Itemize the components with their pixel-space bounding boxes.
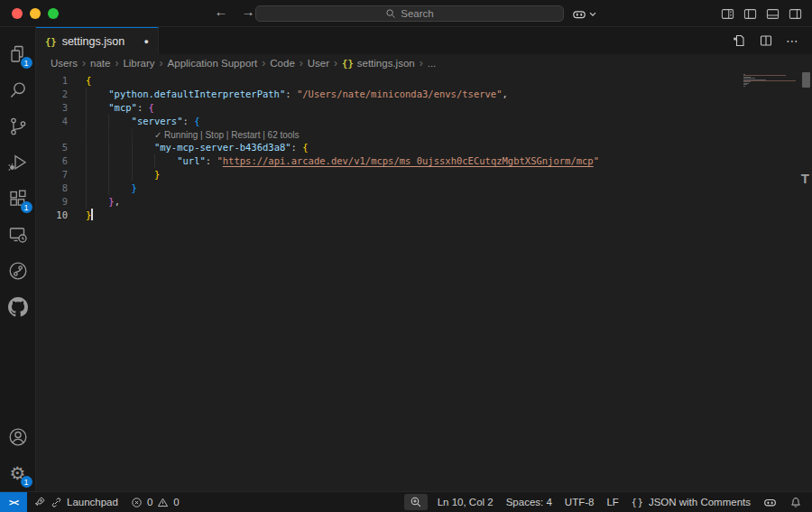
- sidebar-item-github[interactable]: [0, 289, 36, 325]
- copilot-icon: [763, 496, 777, 509]
- indent-guide: [86, 128, 108, 141]
- token-str: "/Users/nate/miniconda3/envs/tserve": [297, 88, 503, 99]
- indentation-status[interactable]: Spaces: 4: [500, 492, 558, 512]
- customize-layout-icon[interactable]: [721, 7, 734, 21]
- split-editor-icon[interactable]: [759, 33, 773, 48]
- code-line[interactable]: 5"my-mcp-server-b436d3a8": {: [36, 141, 812, 154]
- toggle-primary-sidebar-icon[interactable]: [743, 7, 757, 21]
- sidebar-item-search[interactable]: [0, 72, 36, 108]
- code-line[interactable]: 10}: [36, 209, 812, 222]
- copilot-menu[interactable]: [572, 7, 596, 22]
- indent-guide: [132, 154, 154, 168]
- zoom-window-button[interactable]: [48, 8, 59, 19]
- account-button[interactable]: [0, 419, 36, 455]
- copilot-status-item[interactable]: [757, 492, 783, 512]
- minimap[interactable]: [743, 74, 798, 87]
- line-content[interactable]: {: [86, 74, 91, 88]
- line-number: [36, 128, 86, 141]
- sidebar-item-source-control[interactable]: [0, 108, 36, 144]
- vertical-scrollbar[interactable]: [802, 72, 810, 88]
- sidebar-item-remote-explorer[interactable]: [0, 217, 36, 253]
- launchpad-status-item[interactable]: Launchpad: [27, 492, 125, 512]
- link-icon: [51, 497, 62, 508]
- breadcrumb-symbol-trailing[interactable]: ...: [428, 58, 437, 69]
- modified-dot-icon[interactable]: ●: [144, 37, 149, 46]
- breadcrumb-item[interactable]: nate: [90, 58, 110, 69]
- toggle-secondary-sidebar-icon[interactable]: [789, 7, 802, 21]
- code-line[interactable]: 9},: [36, 195, 812, 209]
- code-line[interactable]: 2"python.defaultInterpreterPath": "/User…: [36, 88, 812, 101]
- more-actions-icon[interactable]: ⋯: [786, 33, 799, 48]
- sidebar-item-gitlens[interactable]: [0, 253, 36, 289]
- breadcrumb-item[interactable]: Application Support: [168, 58, 258, 69]
- forward-icon[interactable]: →: [240, 4, 256, 19]
- indent-guide: [132, 168, 154, 182]
- line-content[interactable]: ✓ Running | Stop | Restart | 62 tools: [86, 128, 300, 141]
- indent-guide: [86, 168, 108, 182]
- line-content[interactable]: "url": "https://api.arcade.dev/v1/mcps/m…: [86, 154, 599, 168]
- code-line[interactable]: 1{: [36, 74, 812, 88]
- tab-settings-json[interactable]: {} settings.json ●: [36, 27, 159, 54]
- code-line[interactable]: 6"url": "https://api.arcade.dev/v1/mcps/…: [36, 154, 812, 168]
- line-content[interactable]: "my-mcp-server-b436d3a8": {: [86, 141, 309, 154]
- line-content[interactable]: "servers": {: [86, 115, 199, 128]
- extensions-badge: 1: [21, 201, 32, 213]
- sidebar-item-extensions[interactable]: 1: [0, 181, 36, 217]
- activity-bar: 1: [0, 27, 36, 491]
- language-mode-status[interactable]: {} JSON with Comments: [625, 492, 757, 512]
- token-pn: ,: [115, 196, 120, 207]
- sidebar-item-run-debug[interactable]: [0, 144, 36, 181]
- command-center-search[interactable]: Search: [255, 5, 564, 22]
- eol-status[interactable]: LF: [600, 492, 624, 512]
- line-col-label: Ln 10, Col 2: [438, 497, 494, 507]
- error-count: 0: [147, 497, 152, 507]
- spaces-label: Spaces: 4: [506, 497, 552, 507]
- remote-indicator[interactable]: ><: [0, 492, 27, 512]
- editor-actions: ⋯: [732, 27, 812, 54]
- line-content[interactable]: }: [86, 209, 93, 222]
- breadcrumb-item[interactable]: Users: [51, 58, 78, 69]
- settings-button[interactable]: ⚙ 1: [0, 455, 36, 491]
- toggle-panel-icon[interactable]: [766, 7, 780, 21]
- rocket-icon: [33, 496, 46, 508]
- line-content[interactable]: "python.defaultInterpreterPath": "/Users…: [86, 88, 508, 101]
- minimize-window-button[interactable]: [30, 8, 41, 19]
- notifications-status-item[interactable]: [783, 492, 812, 512]
- breadcrumb-item[interactable]: Library: [123, 58, 154, 69]
- zoom-status-item[interactable]: [404, 494, 428, 510]
- token-pn: :: [291, 142, 303, 153]
- breadcrumb: Users › nate › Library › Application Sup…: [36, 54, 812, 72]
- cursor-position-status[interactable]: Ln 10, Col 2: [431, 492, 500, 512]
- indent-guide: [108, 115, 131, 128]
- indent-guide: [86, 115, 108, 128]
- close-window-button[interactable]: [12, 8, 23, 19]
- open-settings-ui-icon[interactable]: [732, 33, 746, 48]
- breadcrumb-separator: ›: [300, 57, 303, 70]
- token-b1: }: [154, 169, 160, 180]
- code-line[interactable]: 7}: [36, 168, 812, 182]
- line-content[interactable]: "mcp": {: [86, 101, 154, 115]
- line-content[interactable]: }: [86, 168, 160, 182]
- status-bar: >< Launchpad 0 0: [0, 491, 812, 512]
- title-bar: ← → Search: [0, 0, 812, 27]
- line-number: 9: [36, 195, 86, 209]
- code-line[interactable]: 4"servers": {: [36, 115, 812, 128]
- code-line[interactable]: 3"mcp": {: [36, 101, 812, 115]
- line-content[interactable]: }: [86, 182, 137, 195]
- line-content[interactable]: },: [86, 195, 120, 209]
- problems-status-item[interactable]: 0 0: [125, 492, 186, 512]
- code-line[interactable]: 8}: [36, 182, 812, 195]
- codelens-links[interactable]: ✓ Running | Stop | Restart | 62 tools: [154, 130, 300, 140]
- breadcrumb-item[interactable]: Code: [270, 58, 295, 69]
- codelens[interactable]: ✓ Running | Stop | Restart | 62 tools: [36, 128, 812, 141]
- indent-guide: [86, 101, 108, 115]
- gitlens-icon: [7, 260, 29, 282]
- workbench: 1: [0, 27, 812, 491]
- breadcrumb-separator: ›: [334, 57, 337, 70]
- encoding-status[interactable]: UTF-8: [558, 492, 601, 512]
- sidebar-item-explorer[interactable]: 1: [0, 36, 36, 72]
- back-icon[interactable]: ←: [213, 4, 229, 19]
- code-editor[interactable]: 1{2"python.defaultInterpreterPath": "/Us…: [36, 72, 812, 491]
- breadcrumb-item[interactable]: User: [308, 58, 329, 69]
- breadcrumb-file[interactable]: {} settings.json: [342, 58, 415, 69]
